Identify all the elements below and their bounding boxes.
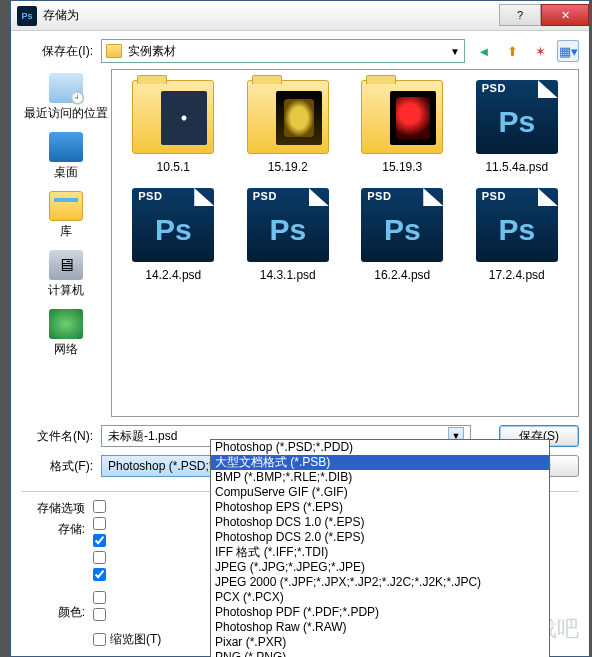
format-dropdown-list[interactable]: Photoshop (*.PSD;*.PDD)大型文档格式 (*.PSB)BMP… <box>210 439 550 657</box>
net-icon <box>49 309 83 339</box>
place-desktop[interactable]: 桌面 <box>21 128 111 185</box>
file-item[interactable]: PSDPs16.2.4.psd <box>349 188 456 282</box>
place-net[interactable]: 网络 <box>21 305 111 362</box>
desktop-icon <box>49 132 83 162</box>
file-item[interactable]: 10.5.1 <box>120 80 227 174</box>
help-button[interactable]: ? <box>499 4 541 26</box>
option-checkbox[interactable] <box>93 534 161 547</box>
format-option[interactable]: Photoshop DCS 1.0 (*.EPS) <box>211 515 549 530</box>
format-option[interactable]: IFF 格式 (*.IFF;*.TDI) <box>211 545 549 560</box>
format-label: 格式(F): <box>21 458 93 475</box>
format-option[interactable]: JPEG 2000 (*.JPF;*.JPX;*.JP2;*.J2C;*.J2K… <box>211 575 549 590</box>
format-option[interactable]: CompuServe GIF (*.GIF) <box>211 485 549 500</box>
option-checkbox[interactable] <box>93 591 161 604</box>
location-combo[interactable]: 实例素材 ▼ <box>101 39 465 63</box>
format-option[interactable]: Photoshop PDF (*.PDF;*.PDP) <box>211 605 549 620</box>
computer-icon <box>49 250 83 280</box>
format-option[interactable]: BMP (*.BMP;*.RLE;*.DIB) <box>211 470 549 485</box>
place-computer[interactable]: 计算机 <box>21 246 111 303</box>
psd-file-icon: PSDPs <box>247 188 329 262</box>
recent-icon <box>49 73 83 103</box>
psd-file-icon: PSDPs <box>476 80 558 154</box>
file-item[interactable]: 15.19.3 <box>349 80 456 174</box>
format-option[interactable]: Photoshop Raw (*.RAW) <box>211 620 549 635</box>
format-option[interactable]: PNG (*.PNG) <box>211 650 549 657</box>
place-lib[interactable]: 库 <box>21 187 111 244</box>
option-checkbox[interactable] <box>93 551 161 564</box>
app-icon: Ps <box>17 6 37 26</box>
titlebar[interactable]: Ps 存储为 ? ✕ <box>11 1 589 31</box>
file-item[interactable]: PSDPs17.2.4.psd <box>464 188 571 282</box>
format-option[interactable]: Photoshop DCS 2.0 (*.EPS) <box>211 530 549 545</box>
psd-file-icon: PSDPs <box>476 188 558 262</box>
nav-newfolder-button[interactable]: ✶ <box>529 40 551 62</box>
folder-icon <box>132 80 214 154</box>
option-checkbox[interactable] <box>93 517 161 530</box>
option-checkbox[interactable] <box>93 500 161 513</box>
folder-icon <box>361 80 443 154</box>
lib-icon <box>49 191 83 221</box>
location-text: 实例素材 <box>128 43 176 60</box>
file-item[interactable]: PSDPs11.5.4a.psd <box>464 80 571 174</box>
format-option[interactable]: 大型文档格式 (*.PSB) <box>211 455 549 470</box>
format-option[interactable]: PCX (*.PCX) <box>211 590 549 605</box>
file-item[interactable]: 15.19.2 <box>235 80 342 174</box>
close-button[interactable]: ✕ <box>541 4 589 26</box>
save-sublabel: 存储: <box>21 521 85 538</box>
file-item[interactable]: PSDPs14.3.1.psd <box>235 188 342 282</box>
option-checkbox[interactable] <box>93 568 161 581</box>
nav-up-button[interactable]: ⬆ <box>501 40 523 62</box>
file-list[interactable]: 10.5.115.19.215.19.3PSDPs11.5.4a.psdPSDP… <box>111 69 579 417</box>
folder-icon <box>106 44 122 58</box>
format-option[interactable]: Photoshop (*.PSD;*.PDD) <box>211 440 549 455</box>
save-in-label: 保存在(I): <box>21 43 93 60</box>
format-option[interactable]: Photoshop EPS (*.EPS) <box>211 500 549 515</box>
store-options-label: 存储选项 <box>21 500 85 517</box>
color-sublabel: 颜色: <box>21 604 85 621</box>
folder-icon <box>247 80 329 154</box>
option-checkbox[interactable] <box>93 608 161 621</box>
save-as-dialog: Ps 存储为 ? ✕ 保存在(I): 实例素材 ▼ ◄ ⬆ ✶ ▦▾ 最近访问的… <box>10 0 590 657</box>
window-title: 存储为 <box>43 7 499 24</box>
chevron-down-icon: ▼ <box>450 46 460 57</box>
place-recent[interactable]: 最近访问的位置 <box>21 69 111 126</box>
format-option[interactable]: Pixar (*.PXR) <box>211 635 549 650</box>
nav-view-button[interactable]: ▦▾ <box>557 40 579 62</box>
places-bar: 最近访问的位置桌面库计算机网络 <box>21 69 111 417</box>
nav-back-button[interactable]: ◄ <box>473 40 495 62</box>
psd-file-icon: PSDPs <box>132 188 214 262</box>
format-option[interactable]: JPEG (*.JPG;*.JPEG;*.JPE) <box>211 560 549 575</box>
psd-file-icon: PSDPs <box>361 188 443 262</box>
thumbnail-checkbox[interactable]: 缩览图(T) <box>93 631 161 648</box>
file-item[interactable]: PSDPs14.2.4.psd <box>120 188 227 282</box>
filename-label: 文件名(N): <box>21 428 93 445</box>
